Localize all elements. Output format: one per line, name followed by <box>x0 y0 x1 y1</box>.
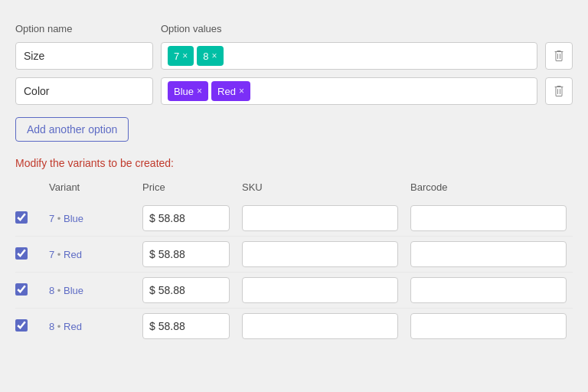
variant-checkbox-cell[interactable] <box>15 237 43 273</box>
variant-barcode-input[interactable] <box>410 277 567 303</box>
variant-text: 8 • Blue <box>49 285 83 296</box>
option-values-header: Option values <box>161 23 222 34</box>
variant-barcode-cell <box>404 201 573 237</box>
variant-label: 7 • Red <box>43 237 136 273</box>
tag-size-8: 8 × <box>197 46 223 66</box>
variant-price-input[interactable] <box>142 241 230 267</box>
variant-price-input[interactable] <box>142 277 230 303</box>
table-row: 7 • Blue <box>15 201 573 237</box>
variant-price-cell <box>136 273 236 309</box>
option-column-headers: Option name Option values <box>15 23 573 34</box>
variant-sku-cell <box>236 237 404 273</box>
variant-checkbox[interactable] <box>15 319 28 332</box>
variant-checkbox-cell[interactable] <box>15 309 43 345</box>
variant-checkbox-cell[interactable] <box>15 273 43 309</box>
variant-price-cell <box>136 309 236 345</box>
variant-price-input[interactable] <box>142 313 230 339</box>
tag-label: 8 <box>203 51 208 62</box>
variant-checkbox[interactable] <box>15 247 28 260</box>
variant-sku-cell <box>236 273 404 309</box>
option-name-header: Option name <box>15 23 153 34</box>
variant-sku-input[interactable] <box>242 205 398 231</box>
delete-option-btn-size[interactable] <box>545 42 573 70</box>
option-values-container-color[interactable]: Blue ×Red × <box>161 77 537 105</box>
option-name-input-color[interactable] <box>15 77 153 105</box>
option-name-input-size[interactable] <box>15 42 153 70</box>
variant-barcode-cell <box>404 237 573 273</box>
option-rows: 7 ×8 ×Blue ×Red × <box>15 42 573 105</box>
trash-icon <box>553 85 565 97</box>
add-option-button[interactable]: Add another option <box>15 117 129 142</box>
tag-size-7: 7 × <box>168 46 194 66</box>
variant-sku-cell <box>236 309 404 345</box>
tag-color-red: Red × <box>211 81 250 101</box>
variant-sku-cell <box>236 201 404 237</box>
variant-price-input[interactable] <box>142 205 230 231</box>
variant-label: 8 • Red <box>43 309 136 345</box>
delete-option-btn-color[interactable] <box>545 77 573 105</box>
tag-color-blue: Blue × <box>168 81 208 101</box>
tag-remove-icon[interactable]: × <box>182 51 188 61</box>
variant-sku-input[interactable] <box>242 313 398 339</box>
variant-price-cell <box>136 201 236 237</box>
variant-text: 7 • Blue <box>49 213 83 224</box>
variant-sku-input[interactable] <box>242 241 398 267</box>
variant-label: 7 • Blue <box>43 201 136 237</box>
trash-icon <box>553 50 565 62</box>
variant-checkbox-cell[interactable] <box>15 201 43 237</box>
table-row: 8 • Red <box>15 309 573 345</box>
th-price: Price <box>136 181 236 201</box>
table-header: Variant Price SKU Barcode <box>15 181 573 201</box>
variant-barcode-input[interactable] <box>410 241 567 267</box>
tag-label: Red <box>217 86 236 97</box>
th-checkbox <box>15 181 43 201</box>
variant-sku-input[interactable] <box>242 277 398 303</box>
variant-text: 8 • Red <box>49 321 82 332</box>
tag-label: 7 <box>174 51 179 62</box>
th-variant: Variant <box>43 181 136 201</box>
option-values-container-size[interactable]: 7 ×8 × <box>161 42 537 70</box>
modify-variants-label: Modify the variants to be created: <box>15 157 573 169</box>
option-row-color: Blue ×Red × <box>15 77 573 105</box>
tag-remove-icon[interactable]: × <box>197 86 202 96</box>
variant-price-cell <box>136 237 236 273</box>
variant-checkbox[interactable] <box>15 211 28 224</box>
variant-barcode-input[interactable] <box>410 205 567 231</box>
table-row: 7 • Red <box>15 237 573 273</box>
table-row: 8 • Blue <box>15 273 573 309</box>
variants-table: Variant Price SKU Barcode 7 • Blue7 • Re… <box>15 181 573 344</box>
variant-label: 8 • Blue <box>43 273 136 309</box>
tag-remove-icon[interactable]: × <box>211 51 217 61</box>
variant-checkbox[interactable] <box>15 283 28 296</box>
variant-text: 7 • Red <box>49 249 82 260</box>
tag-label: Blue <box>174 86 194 97</box>
main-container: Option name Option values 7 ×8 ×Blue ×Re… <box>15 23 573 344</box>
variant-barcode-input[interactable] <box>410 313 567 339</box>
variant-barcode-cell <box>404 309 573 345</box>
table-body: 7 • Blue7 • Red8 • Blue8 • Red <box>15 201 573 344</box>
th-barcode: Barcode <box>404 181 573 201</box>
option-row-size: 7 ×8 × <box>15 42 573 70</box>
tag-remove-icon[interactable]: × <box>239 86 244 96</box>
variant-barcode-cell <box>404 273 573 309</box>
th-sku: SKU <box>236 181 404 201</box>
